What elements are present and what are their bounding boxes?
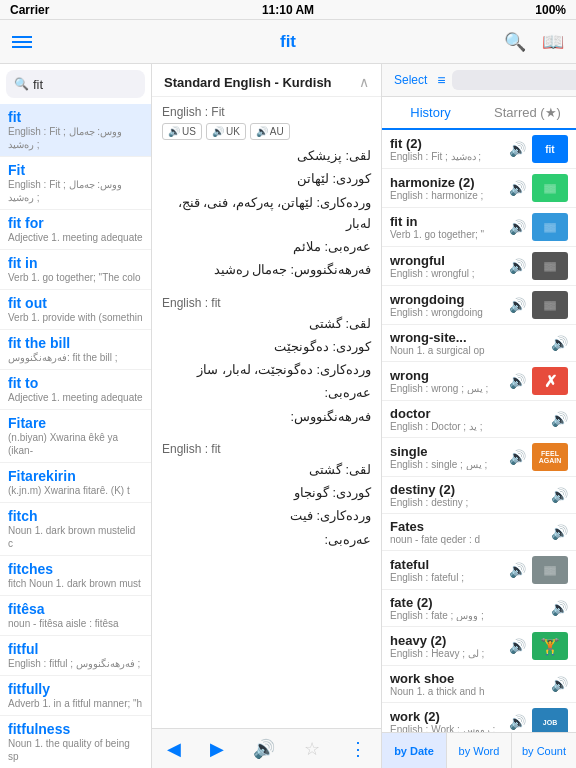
menu-button[interactable] bbox=[12, 36, 32, 48]
entry-audio: 🔊US🔊UK🔊AU bbox=[162, 123, 371, 140]
middle-panel: Standard English - Kurdish ∧ English : F… bbox=[152, 64, 382, 768]
entry-block: English : Fit🔊US🔊UK🔊AUلقی: پزیشکیکوردی: … bbox=[162, 105, 371, 282]
word-list-item[interactable]: fitfulnessNoun 1. the quality of being s… bbox=[0, 716, 151, 768]
right-search-input[interactable] bbox=[452, 70, 576, 90]
filter-button[interactable]: ≡ bbox=[437, 72, 445, 88]
history-sound-button[interactable]: 🔊 bbox=[509, 373, 526, 389]
word-sub: Noun 1. the quality of being sp bbox=[8, 737, 143, 763]
history-sound-button[interactable]: 🔊 bbox=[509, 219, 526, 235]
history-list-item[interactable]: fate (2) English : fate ; ووس ; 🔊 bbox=[382, 590, 576, 627]
search-icon[interactable]: 🔍 bbox=[504, 31, 526, 53]
history-list-item[interactable]: wrongdoing English : wrongdoing 🔊 ▓▓ bbox=[382, 286, 576, 325]
word-list-item[interactable]: fit inVerb 1. go together; "The colo bbox=[0, 250, 151, 290]
word-list-item[interactable]: fitchNoun 1. dark brown mustelid c bbox=[0, 503, 151, 556]
history-sound-button[interactable]: 🔊 bbox=[509, 449, 526, 465]
history-list-item[interactable]: heavy (2) English : Heavy ; لی ; 🔊 🏋 bbox=[382, 627, 576, 666]
word-list-item[interactable]: fit forAdjective 1. meeting adequate bbox=[0, 210, 151, 250]
word-title: fit in bbox=[8, 255, 143, 271]
right-tab[interactable]: Starred (★) bbox=[479, 97, 576, 130]
history-sub: English : Heavy ; لی ; bbox=[390, 648, 503, 659]
entry-block: English : fitلقی: گشتیکوردی: گونجاووردەک… bbox=[162, 442, 371, 551]
word-sub: Noun 1. dark brown mustelid c bbox=[8, 524, 143, 550]
word-list-item[interactable]: Fitare(n.biyan) Xwarina êkê ya (ikan- bbox=[0, 410, 151, 463]
history-sound-button[interactable]: 🔊 bbox=[551, 411, 568, 427]
history-sound-button[interactable]: 🔊 bbox=[509, 258, 526, 274]
entry-line: فەرهەنگنووس: جەمال رەشید bbox=[162, 260, 371, 281]
history-list-item[interactable]: doctor English : Doctor ; ید ; 🔊 bbox=[382, 401, 576, 438]
history-sound-button[interactable]: 🔊 bbox=[509, 141, 526, 157]
history-sound-button[interactable]: 🔊 bbox=[509, 180, 526, 196]
audio-btn-au[interactable]: 🔊AU bbox=[250, 123, 290, 140]
prev-button[interactable]: ◀ bbox=[167, 738, 181, 760]
book-icon[interactable]: 📖 bbox=[542, 31, 564, 53]
nav-title: fit bbox=[280, 32, 296, 52]
history-list-item[interactable]: fit in Verb 1. go together; " 🔊 ▓▓ bbox=[382, 208, 576, 247]
history-list-item[interactable]: fit (2) English : Fit ; دەشید ; 🔊 fit bbox=[382, 130, 576, 169]
left-panel: 🔍 ✕ fitEnglish : Fit ; ووس: جەمال رەشید … bbox=[0, 64, 152, 768]
search-input[interactable] bbox=[33, 77, 152, 92]
history-text: destiny (2) English : destiny ; bbox=[390, 482, 545, 508]
history-word: wrong bbox=[390, 368, 503, 383]
history-thumb: FEEL AGAIN bbox=[532, 443, 568, 471]
word-list-item[interactable]: fitchesfitch Noun 1. dark brown must bbox=[0, 556, 151, 596]
dict-content: English : Fit🔊US🔊UK🔊AUلقی: پزیشکیکوردی: … bbox=[152, 97, 381, 728]
audio-btn-us[interactable]: 🔊US bbox=[162, 123, 202, 140]
history-sub: English : wrongdoing bbox=[390, 307, 503, 318]
bottom-tab-by-date[interactable]: by Date bbox=[382, 733, 447, 768]
word-sub: fitch Noun 1. dark brown must bbox=[8, 577, 143, 590]
history-sound-button[interactable]: 🔊 bbox=[551, 524, 568, 540]
history-thumb: ▓▓ bbox=[532, 556, 568, 584]
history-word: harmonize (2) bbox=[390, 175, 503, 190]
word-title: Fitare bbox=[8, 415, 143, 431]
right-tab[interactable]: History bbox=[382, 97, 479, 130]
more-button[interactable]: ⋮ bbox=[349, 738, 367, 760]
word-sub: English : Fit ; ووس: جەمال رەشید ; bbox=[8, 178, 143, 204]
history-sound-button[interactable]: 🔊 bbox=[551, 335, 568, 351]
history-thumb: 🏋 bbox=[532, 632, 568, 660]
bottom-tab-by-word[interactable]: by Word bbox=[447, 733, 512, 768]
history-sub: Verb 1. go together; " bbox=[390, 229, 503, 240]
word-list-item[interactable]: fitfullyAdverb 1. in a fitful manner; "h bbox=[0, 676, 151, 716]
next-button[interactable]: ▶ bbox=[210, 738, 224, 760]
history-list-item[interactable]: Fates noun - fate qeder : d 🔊 bbox=[382, 514, 576, 551]
word-list-item[interactable]: fitêsanoun - fitêsa aisle : fitêsa bbox=[0, 596, 151, 636]
history-sound-button[interactable]: 🔊 bbox=[509, 297, 526, 313]
word-sub: English : Fit ; ووس: جەمال رەشید ; bbox=[8, 125, 143, 151]
word-list-item[interactable]: fit outVerb 1. provide with (somethin bbox=[0, 290, 151, 330]
history-sound-button[interactable]: 🔊 bbox=[551, 600, 568, 616]
history-text: fit in Verb 1. go together; " bbox=[390, 214, 503, 240]
history-text: single English : single ; یس ; bbox=[390, 444, 503, 470]
history-sound-button[interactable]: 🔊 bbox=[509, 638, 526, 654]
dict-collapse-button[interactable]: ∧ bbox=[359, 74, 369, 90]
history-sub: Noun 1. a surgical op bbox=[390, 345, 545, 356]
select-button[interactable]: Select bbox=[390, 71, 431, 89]
history-thumb: ▓▓ bbox=[532, 174, 568, 202]
history-text: fit (2) English : Fit ; دەشید ; bbox=[390, 136, 503, 162]
speaker-icon: 🔊 bbox=[256, 126, 268, 137]
history-list-item[interactable]: wrong English : wrong ; یس ; 🔊 ✗ bbox=[382, 362, 576, 401]
word-list-item[interactable]: fit the billفەرهەنگنووس: fit the bill ; bbox=[0, 330, 151, 370]
history-sub: English : fate ; ووس ; bbox=[390, 610, 545, 621]
history-sound-button[interactable]: 🔊 bbox=[509, 714, 526, 730]
audio-button[interactable]: 🔊 bbox=[253, 738, 275, 760]
bottom-tab-by-count[interactable]: by Count bbox=[512, 733, 576, 768]
history-list-item[interactable]: fateful English : fateful ; 🔊 ▓▓ bbox=[382, 551, 576, 590]
word-list-item[interactable]: FitEnglish : Fit ; ووس: جەمال رەشید ; bbox=[0, 157, 151, 210]
history-list-item[interactable]: harmonize (2) English : harmonize ; 🔊 ▓▓ bbox=[382, 169, 576, 208]
history-sound-button[interactable]: 🔊 bbox=[509, 562, 526, 578]
history-sound-button[interactable]: 🔊 bbox=[551, 487, 568, 503]
history-list-item[interactable]: wrong-site... Noun 1. a surgical op 🔊 bbox=[382, 325, 576, 362]
history-list-item[interactable]: wrongful English : wrongful ; 🔊 ▓▓ bbox=[382, 247, 576, 286]
history-list-item[interactable]: work shoe Noun 1. a thick and h 🔊 bbox=[382, 666, 576, 703]
history-list-item[interactable]: work (2) English : Work ; رووس ; 🔊 JOB bbox=[382, 703, 576, 732]
audio-btn-uk[interactable]: 🔊UK bbox=[206, 123, 246, 140]
history-list-item[interactable]: single English : single ; یس ; 🔊 FEEL AG… bbox=[382, 438, 576, 477]
word-list-item[interactable]: fitfulEnglish : fitful ; فەرهەنگنووس ; bbox=[0, 636, 151, 676]
history-list: fit (2) English : Fit ; دەشید ; 🔊 fit ha… bbox=[382, 130, 576, 732]
star-button[interactable]: ☆ bbox=[304, 738, 320, 760]
word-list-item[interactable]: Fitarekirin(k.jn.m) Xwarina fitarê. (K) … bbox=[0, 463, 151, 503]
word-list-item[interactable]: fit toAdjective 1. meeting adequate bbox=[0, 370, 151, 410]
history-list-item[interactable]: destiny (2) English : destiny ; 🔊 bbox=[382, 477, 576, 514]
word-list-item[interactable]: fitEnglish : Fit ; ووس: جەمال رەشید ; bbox=[0, 104, 151, 157]
history-sound-button[interactable]: 🔊 bbox=[551, 676, 568, 692]
